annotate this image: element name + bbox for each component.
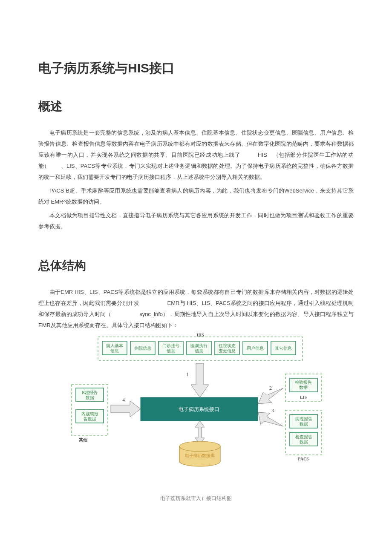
svg-text:数据: 数据 [299, 385, 308, 390]
svg-marker-0 [191, 363, 209, 397]
arrow-db [195, 421, 205, 444]
lis-box: 检验报告 数据 [290, 378, 317, 392]
database-label: 电子病历数据库 [185, 453, 215, 458]
center-interface-label: 电子病历系统接口 [179, 406, 219, 412]
his-label: HIS [196, 334, 204, 337]
his-box-text: 信息 [110, 348, 119, 353]
arrow-4: 4 [111, 397, 141, 417]
svg-marker-1 [111, 401, 141, 417]
section-heading-structure: 总体结构 [38, 258, 354, 274]
left-box-col: B超报告数据内窥镜报告数据 [76, 388, 104, 423]
pacs-label: PACS [298, 457, 309, 461]
arrow-1-label: 1 [186, 371, 189, 377]
his-box-text: 病人基本 [106, 343, 123, 348]
pacs-box-text: 检查报告 [295, 434, 312, 439]
other-box-text: 内窥镜报 [81, 411, 98, 416]
arrow-3: 3 [258, 408, 283, 426]
his-box-text: 医嘱执行 [190, 343, 208, 348]
paragraph: PACS B超、手术麻醉等应用系统也需要能够查看病人的病历内容，为此，我们也将发… [38, 185, 354, 207]
arrow-1: 1 [186, 363, 209, 397]
his-box-text: 门诊挂号 [162, 343, 179, 348]
svg-marker-6 [258, 412, 283, 426]
his-box-text: 信息 [167, 348, 175, 353]
his-box-text: 信息 [195, 348, 203, 353]
database-cylinder: 电子病历数据库 [179, 441, 220, 466]
svg-point-12 [179, 441, 220, 451]
arrow-2: 2 [258, 385, 283, 404]
his-box-text: 用户信息 [247, 346, 264, 351]
his-box-text: 其它信息 [275, 346, 292, 351]
other-box-text: B超报告 [82, 390, 98, 395]
arrow-3-label: 3 [271, 408, 274, 414]
paragraph: 由于EMR HIS、LIS、PACS等系统都是独立的应用系统，每套系统都有自己专… [38, 287, 354, 331]
his-box-text: 住院信息 [134, 346, 151, 351]
svg-marker-7 [195, 421, 205, 444]
paragraph: 本文档做为项目指导性文档，直接指导电子病历系统与其它各应用系统的开发工作，同时也… [38, 210, 354, 232]
architecture-diagram: HIS 病人基本信息住院信息门诊挂号信息医嘱执行信息住院状态变更信息用户信息其它… [68, 334, 324, 476]
paragraph: 电子病历系统是一套完整的信息系统，涉及的病人基本信息、住院基本信息、住院状态变更… [38, 127, 354, 183]
diagram-svg: HIS 病人基本信息住院信息门诊挂号信息医嘱执行信息住院状态变更信息用户信息其它… [68, 334, 324, 474]
pacs-box-text: 数据 [300, 440, 308, 444]
svg-text:检验报告: 检验报告 [295, 380, 312, 385]
pacs-box-text: 病理报告 [295, 417, 312, 421]
other-box-text: 告数据 [84, 417, 96, 421]
arrow-2-label: 2 [269, 385, 272, 391]
pacs-box-col: 病理报告数据检查报告数据 [290, 414, 317, 446]
lis-label: LIS [300, 395, 307, 400]
other-box-text: 数据 [86, 395, 94, 400]
his-box-text: 住院状态 [219, 343, 236, 348]
other-label: 其他 [78, 437, 88, 442]
page-title: 电子病历系统与HIS接口 [38, 60, 354, 77]
arrow-4-label: 4 [122, 397, 125, 403]
section-heading-overview: 概述 [38, 98, 354, 115]
his-box-row: 病人基本信息住院信息门诊挂号信息医嘱执行信息住院状态变更信息用户信息其它信息 [102, 341, 296, 355]
pacs-box-text: 数据 [300, 422, 308, 426]
diagram-caption: 电子荔历系就宙入）接口结构图 [38, 495, 354, 502]
document-page: 电子病历系统与HIS接口 概述 电子病历系统是一套完整的信息系统，涉及的病人基本… [0, 0, 392, 555]
his-box-text: 变更信息 [219, 348, 236, 353]
